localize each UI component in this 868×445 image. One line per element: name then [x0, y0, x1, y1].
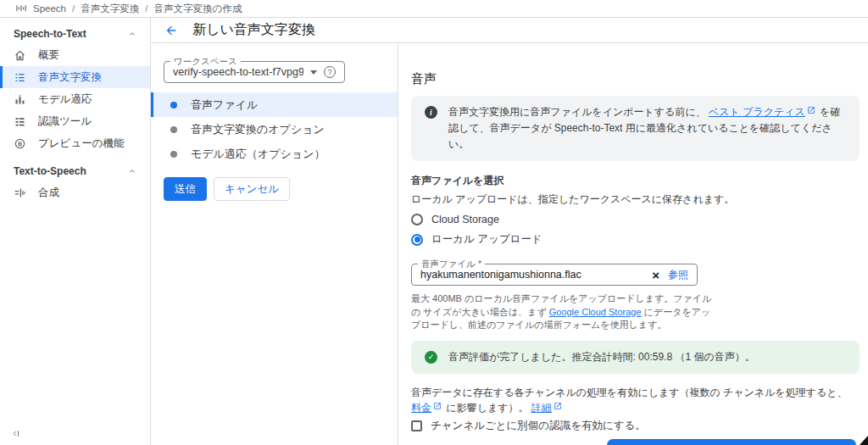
step-dot-icon: [170, 102, 177, 108]
preview-features-icon: [14, 137, 26, 150]
sidebar-item-label: モデル適応: [38, 92, 92, 107]
breadcrumb-item-transcriptions[interactable]: 音声文字変換: [81, 3, 139, 15]
audio-file-field: 音声ファイル * × 参照: [411, 264, 698, 286]
sidebar-item-preview-features[interactable]: プレビューの機能: [0, 132, 150, 154]
radio-label: Cloud Storage: [431, 214, 499, 225]
breadcrumb-item-create: 音声文字変換の作成: [153, 3, 242, 15]
sidebar-item-transcriptions[interactable]: 音声文字変換: [0, 66, 150, 88]
audio-form-panel: 音声 i 音声文字変換用に音声ファイルをインポートする前に、 ベスト プラクティ…: [398, 43, 868, 445]
workspace-select-value: verify-speech-to-text-f7vpg95s: [173, 66, 303, 78]
submit-button[interactable]: 送信: [164, 177, 207, 201]
sidebar-item-label: 音声文字変換: [38, 70, 102, 85]
info-icon: i: [425, 106, 437, 119]
step-label: モデル適応（オプション）: [191, 147, 325, 162]
external-link-icon: [433, 402, 442, 410]
pricing-link[interactable]: 料金: [411, 402, 431, 414]
sidebar-item-model-adaptation[interactable]: モデル適応: [0, 88, 150, 110]
page-header: 新しい音声文字変換: [151, 18, 868, 43]
google-cloud-storage-link[interactable]: Google Cloud Storage: [549, 307, 642, 317]
step-list: 音声ファイル 音声文字変換のオプション モデル適応（オプション）: [151, 92, 398, 166]
sidebar: Speech-to-Text 概要 音声文字変換: [0, 18, 151, 445]
checkbox-unchecked-icon[interactable]: [411, 420, 422, 431]
home-icon: [14, 49, 26, 62]
audio-file-field-label: 音声ファイル *: [418, 259, 485, 270]
mouse-cursor: [858, 436, 868, 445]
radio-cloud-storage[interactable]: Cloud Storage: [411, 211, 860, 227]
breadcrumb-separator: /: [72, 3, 75, 14]
sidebar-item-label: 概要: [38, 48, 59, 63]
stepper-panel: ワークスペース verify-speech-to-text-f7vpg95s ?…: [151, 43, 398, 445]
page-title: 新しい音声文字変換: [192, 21, 315, 39]
channel-description: 音声データに存在する各チャンネルの処理を有効にします（複数の チャンネルを処理す…: [411, 385, 860, 415]
step-label: 音声文字変換のオプション: [191, 122, 325, 137]
browse-button[interactable]: 参照: [668, 268, 688, 282]
chevron-up-icon: [128, 167, 136, 175]
external-link-icon: [554, 402, 562, 410]
transcription-icon: [14, 71, 26, 84]
sidebar-item-label: 認識ツール: [38, 114, 92, 129]
step-model-adaptation[interactable]: モデル適応（オプション）: [151, 142, 398, 166]
sidebar-section-title: Text-to-Speech: [14, 165, 86, 177]
model-adaptation-icon: [14, 93, 26, 106]
details-link[interactable]: 詳細: [531, 402, 552, 414]
back-arrow-icon[interactable]: [164, 24, 178, 37]
file-select-subtitle: ローカル アップロードは、指定したワークスペースに保存されます。: [411, 192, 860, 207]
breadcrumb: Speech / 音声文字変換 / 音声文字変換の作成: [0, 0, 868, 18]
recognizer-icon: [14, 115, 26, 128]
success-banner-text: 音声評価が完了しました。推定合計時間: 00:59.8 （1 個の音声）。: [448, 349, 755, 365]
checkbox-label: チャンネルごとに別個の認識を有効にする。: [431, 419, 646, 433]
speech-waveform-logo-icon: [15, 3, 27, 14]
radio-off-icon: [411, 214, 423, 225]
help-icon[interactable]: ?: [324, 66, 336, 78]
radio-local-upload[interactable]: ローカル アップロード: [411, 231, 860, 248]
step-transcription-options[interactable]: 音声文字変換のオプション: [151, 117, 398, 142]
cancel-button[interactable]: キャンセル: [214, 177, 290, 201]
success-banner: ✓ 音声評価が完了しました。推定合計時間: 00:59.8 （1 個の音声）。: [411, 341, 860, 374]
clear-icon[interactable]: ×: [652, 269, 659, 281]
main-area: 新しい音声文字変換 ワークスペース verify-speech-to-text-…: [151, 18, 868, 445]
best-practices-link[interactable]: ベスト プラクティス: [709, 106, 805, 118]
step-dot-icon: [170, 126, 177, 133]
chevron-up-icon: [128, 30, 136, 38]
info-banner: i 音声文字変換用に音声ファイルをインポートする前に、 ベスト プラクティス を…: [411, 96, 860, 161]
workspace-select-label: ワークスペース: [170, 56, 241, 68]
radio-label: ローカル アップロード: [431, 232, 542, 247]
breadcrumb-app[interactable]: Speech: [33, 3, 66, 14]
file-help-text: 最大 400MB のローカル音声ファイルをアップロードします。ファイルの サイズ…: [411, 292, 713, 332]
check-circle-icon: ✓: [425, 351, 437, 364]
radio-on-icon: [411, 234, 423, 246]
collapse-sidebar-icon[interactable]: [11, 429, 20, 438]
step-dot-icon: [170, 151, 177, 158]
sidebar-item-synthesis[interactable]: 合成: [0, 181, 150, 203]
sidebar-item-label: プレビューの機能: [38, 136, 124, 151]
external-link-icon: [807, 106, 815, 114]
sidebar-item-overview[interactable]: 概要: [0, 44, 150, 66]
step-label: 音声ファイル: [191, 97, 258, 113]
sidebar-item-recognizers[interactable]: 認識ツール: [0, 110, 150, 132]
step-audio-file[interactable]: 音声ファイル: [151, 92, 398, 117]
workspace-select[interactable]: ワークスペース verify-speech-to-text-f7vpg95s ?: [164, 61, 345, 83]
sidebar-section-text-to-speech[interactable]: Text-to-Speech: [0, 160, 150, 181]
sidebar-section-title: Speech-to-Text: [14, 28, 86, 40]
section-title-audio: 音声: [411, 71, 860, 87]
audio-file-input[interactable]: [420, 269, 643, 281]
sidebar-section-speech-to-text[interactable]: Speech-to-Text: [0, 23, 150, 44]
channel-recognition-checkbox-row[interactable]: チャンネルごとに別個の認識を有効にする。: [411, 419, 860, 433]
synthesis-icon: [14, 186, 26, 199]
breadcrumb-separator: /: [145, 3, 147, 14]
info-banner-text: 音声文字変換用に音声ファイルをインポートする前に、 ベスト プラクティス を確認…: [448, 104, 846, 153]
bottom-blue-bar[interactable]: [607, 439, 856, 445]
sidebar-item-label: 合成: [38, 186, 59, 200]
dropdown-arrow-icon: [310, 70, 317, 75]
file-select-title: 音声ファイルを選択: [411, 174, 860, 188]
